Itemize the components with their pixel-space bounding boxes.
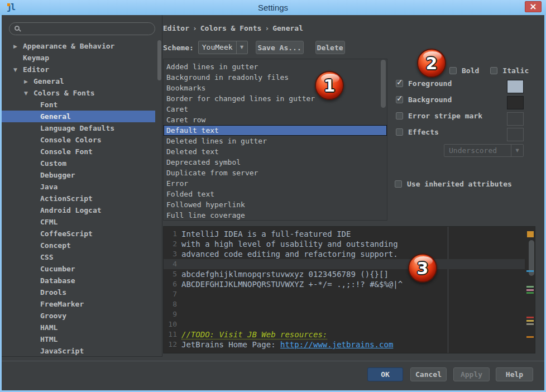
option-item-default-text[interactable]: Default text	[164, 125, 387, 136]
collapse-arrow-icon[interactable]: ▼	[24, 90, 33, 96]
sidebar-item-css[interactable]: CSS	[2, 251, 155, 263]
option-item-bookmarks[interactable]: Bookmarks	[164, 83, 387, 93]
scheme-row: Scheme: YouMeek ▼ Save As... Delete	[163, 41, 345, 54]
stripe-tick-red[interactable]	[526, 317, 534, 318]
sidebar-item-colors-fonts[interactable]: ▼Colors & Fonts	[2, 87, 155, 99]
stripe-tick-gray[interactable]	[526, 323, 534, 325]
tree-item-label: Debugger	[40, 171, 75, 179]
delete-button[interactable]: Delete	[315, 41, 345, 54]
line-number: 5	[164, 269, 177, 279]
tree-item-label: Android Logcat	[40, 206, 102, 214]
option-item-caret-row[interactable]: Caret row	[164, 114, 387, 125]
foreground-checkbox[interactable]	[396, 80, 403, 87]
breadcrumb: Editor›Colors & Fonts›General	[163, 24, 303, 32]
error-stripe-color-swatch[interactable]	[507, 112, 524, 126]
sidebar-item-drools[interactable]: Drools	[2, 286, 155, 298]
option-item-deprecated-symbol[interactable]: Deprecated symbol	[164, 157, 387, 168]
breadcrumb-item-editor: Editor	[163, 24, 189, 32]
ok-button[interactable]: OK	[367, 367, 403, 381]
sidebar-item-javascript[interactable]: JavaScript	[2, 345, 155, 357]
sidebar-item-html[interactable]: HTML	[2, 333, 155, 345]
stripe-tick-pink[interactable]	[526, 289, 534, 291]
sidebar-item-keymap[interactable]: Keymap	[2, 52, 155, 64]
use-inherited-attributes-checkbox[interactable]	[395, 180, 402, 188]
option-item-duplicate-from-server[interactable]: Duplicate from server	[164, 168, 387, 178]
effects-checkbox[interactable]	[396, 128, 403, 136]
line-number: 7	[164, 289, 177, 299]
sidebar-item-java[interactable]: Java	[2, 181, 155, 193]
tree-item-label: CoffeeScript	[40, 230, 93, 238]
sidebar-item-actionscript[interactable]: ActionScript	[2, 193, 155, 204]
bold-checkbox[interactable]	[449, 67, 457, 74]
sidebar-item-haml[interactable]: HAML	[2, 322, 155, 333]
sidebar-item-console-font[interactable]: Console Font	[2, 146, 155, 157]
option-item-deleted-lines-in-gutter[interactable]: Deleted lines in gutter	[164, 136, 387, 146]
option-item-deleted-text[interactable]: Deleted text	[164, 146, 387, 157]
search-box[interactable]	[9, 22, 155, 35]
option-item-border-for-changed-lines-in-gutter[interactable]: Border for changed lines in gutter	[164, 93, 387, 104]
stripe-tick-blue[interactable]	[526, 270, 534, 272]
line-number: 10	[164, 319, 177, 329]
line-number: 8	[164, 299, 177, 309]
line-number: 3	[164, 249, 177, 259]
sidebar-item-coffeescript[interactable]: CoffeeScript	[2, 228, 155, 240]
sidebar-item-general[interactable]: General	[2, 111, 155, 122]
option-item-folded-text[interactable]: Folded text	[164, 189, 387, 199]
sidebar-item-groovy[interactable]: Groovy	[2, 310, 155, 322]
error-stripe-mark-checkbox[interactable]	[396, 112, 403, 119]
close-icon[interactable]: ×	[525, 1, 542, 12]
stripe-square-orange[interactable]	[527, 231, 534, 237]
expand-arrow-icon[interactable]: ▶	[24, 79, 33, 84]
cancel-button[interactable]: Cancel	[410, 367, 447, 381]
sidebar-item-cucumber[interactable]: Cucumber	[2, 263, 155, 275]
option-item-followed-hyperlink[interactable]: Followed hyperlink	[164, 199, 387, 210]
line-number: 9	[164, 309, 177, 319]
tree-item-label: Groovy	[40, 312, 66, 320]
expand-arrow-icon[interactable]: ▶	[13, 44, 23, 49]
sidebar-item-custom[interactable]: Custom	[2, 157, 155, 169]
background-checkbox[interactable]	[396, 96, 403, 103]
stripe-tick-green[interactable]	[526, 292, 534, 294]
option-item-background-in-readonly-files[interactable]: Background in readonly files	[164, 72, 387, 83]
foreground-color-swatch[interactable]	[507, 80, 524, 93]
apply-button[interactable]: Apply	[453, 367, 490, 381]
annotation-badge-2: 2	[417, 49, 446, 78]
stripe-tick-orange[interactable]	[526, 336, 534, 338]
preview-code-text: JetBrains Home Page: http://www.jetbrain…	[181, 340, 393, 350]
save-as-button[interactable]: Save As...	[256, 41, 304, 54]
sidebar-item-freemarker[interactable]: FreeMarker	[2, 298, 155, 310]
options-list-scrollbar[interactable]	[381, 60, 386, 108]
sidebar-item-database[interactable]: Database	[2, 275, 155, 286]
preview-code-text: //TODO: Visit JB Web resources:	[181, 329, 327, 340]
search-input[interactable]	[24, 24, 150, 34]
sidebar-item-language-defaults[interactable]: Language Defaults	[2, 122, 155, 134]
sidebar-item-concept[interactable]: Concept	[2, 240, 155, 251]
option-item-added-lines-in-gutter[interactable]: Added lines in gutter	[164, 61, 387, 72]
italic-checkbox[interactable]	[490, 67, 497, 74]
background-color-swatch[interactable]	[507, 96, 524, 109]
tree-item-label: Concept	[40, 241, 71, 250]
sidebar-scrollbar[interactable]	[157, 40, 161, 80]
sidebar-item-console-colors[interactable]: Console Colors	[2, 134, 155, 146]
tree-item-label: General	[40, 112, 71, 121]
sidebar-item-cfml[interactable]: CFML	[2, 216, 155, 228]
sidebar-item-general[interactable]: ▶General	[2, 75, 155, 87]
stripe-tick-lightgreen[interactable]	[526, 286, 534, 288]
effects-color-swatch[interactable]	[507, 128, 524, 141]
sidebar-item-appearance-behavior[interactable]: ▶Appearance & Behavior	[2, 40, 155, 52]
option-item-caret[interactable]: Caret	[164, 104, 387, 114]
sidebar-item-editor[interactable]: ▼Editor	[2, 64, 155, 75]
option-item-full-line-coverage[interactable]: Full line coverage	[164, 210, 387, 221]
tree-item-label: CSS	[40, 253, 53, 261]
tree-item-label: Custom	[40, 159, 66, 168]
scheme-select[interactable]: YouMeek ▼	[198, 41, 248, 54]
sidebar-item-font[interactable]: Font	[2, 99, 155, 111]
sidebar-item-android-logcat[interactable]: Android Logcat	[2, 204, 155, 216]
help-button[interactable]: Help	[496, 367, 533, 381]
collapse-arrow-icon[interactable]: ▼	[13, 67, 23, 73]
italic-label: Italic	[502, 66, 529, 75]
effect-style-select[interactable]: Underscored ▼	[444, 144, 524, 157]
option-item-error[interactable]: Error	[164, 178, 387, 189]
sidebar-item-debugger[interactable]: Debugger	[2, 169, 155, 181]
stripe-tick-yellow[interactable]	[526, 320, 534, 322]
